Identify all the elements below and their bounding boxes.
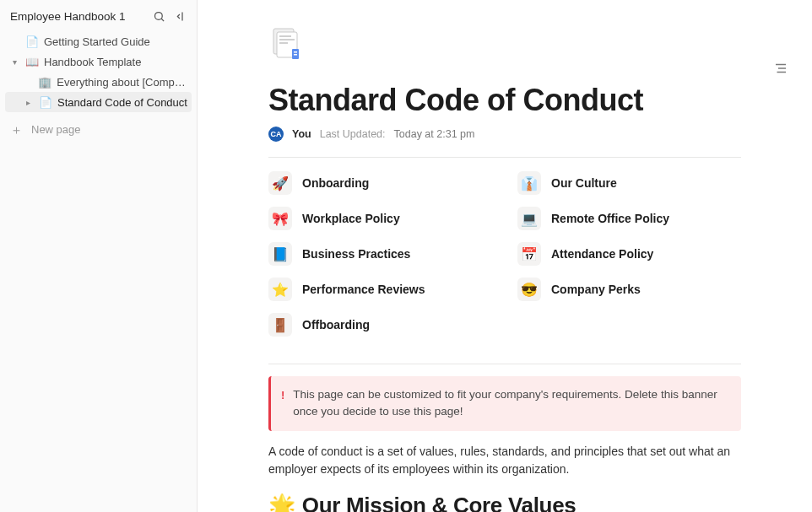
page-icon: 📄 — [39, 96, 52, 109]
link-icon: 📅 — [517, 242, 541, 266]
intro-paragraph[interactable]: A code of conduct is a set of values, ru… — [268, 443, 741, 479]
page-icon: 📄 — [25, 35, 39, 48]
link-label: Company Perks — [551, 283, 641, 296]
section-link[interactable]: 📘Business Practices — [268, 242, 492, 266]
main-area: Standard Code of Conduct CA You Last Upd… — [198, 0, 812, 512]
link-icon: 🎀 — [268, 207, 292, 230]
link-label: Offboarding — [302, 318, 370, 331]
author-name[interactable]: You — [292, 128, 311, 140]
heading-2[interactable]: 🌟 Our Mission & Core Values — [268, 493, 741, 512]
page-cover-icon[interactable] — [268, 25, 306, 62]
table-of-contents-icon[interactable] — [773, 61, 788, 76]
sidebar-item[interactable]: ▾📖Handbook Template — [5, 51, 192, 72]
svg-line-1 — [161, 19, 164, 21]
page-title[interactable]: Standard Code of Conduct — [268, 83, 741, 118]
section-link[interactable]: 👔Our Culture — [517, 171, 741, 195]
sidebar-item[interactable]: ▸📄Standard Code of Conduct — [5, 92, 192, 112]
workspace-title[interactable]: Employee Handbook 1 — [10, 10, 126, 23]
chevron-icon[interactable]: ▾ — [8, 57, 20, 67]
section-link[interactable]: ⭐Performance Reviews — [268, 278, 492, 301]
link-icon: 💻 — [517, 207, 541, 230]
sparkle-icon: 🌟 — [268, 493, 295, 512]
page-icon: 📖 — [25, 56, 39, 68]
link-icon: 👔 — [517, 171, 541, 195]
link-label: Onboarding — [302, 176, 369, 190]
section-link[interactable]: 📅Attendance Policy — [517, 242, 741, 266]
page-meta: CA You Last Updated: Today at 2:31 pm — [268, 127, 741, 142]
search-icon[interactable] — [153, 10, 165, 23]
heading-2-text: Our Mission & Core Values — [302, 493, 577, 512]
chevron-icon[interactable]: ▸ — [22, 98, 34, 107]
link-icon: 🚪 — [268, 313, 292, 337]
svg-rect-10 — [279, 42, 288, 44]
sidebar-item[interactable]: 📄Getting Started Guide — [5, 31, 192, 51]
svg-rect-8 — [279, 35, 291, 37]
link-label: Our Culture — [551, 176, 617, 190]
sidebar-item-label: Getting Started Guide — [44, 35, 150, 48]
collapse-sidebar-icon[interactable] — [174, 10, 187, 23]
link-label: Remote Office Policy — [551, 212, 669, 225]
link-icon: 😎 — [517, 278, 541, 301]
new-page-button[interactable]: ＋ New page — [5, 117, 192, 141]
sidebar-item[interactable]: 🏢Everything about [Company] — [5, 72, 192, 92]
link-label: Attendance Policy — [551, 247, 653, 261]
plus-icon: ＋ — [10, 123, 23, 136]
section-link[interactable]: 🎀Workplace Policy — [268, 207, 492, 230]
section-link[interactable]: 🚀Onboarding — [268, 171, 492, 195]
updated-label: Last Updated: — [320, 128, 386, 140]
banner-text: This page can be customized to fit your … — [293, 386, 729, 421]
section-links: 🚀Onboarding👔Our Culture🎀Workplace Policy… — [268, 168, 741, 348]
document: Standard Code of Conduct CA You Last Upd… — [268, 0, 741, 512]
sidebar: Employee Handbook 1 📄Getting Started Gui… — [0, 0, 198, 512]
svg-point-0 — [155, 13, 163, 20]
exclamation-icon: ! — [281, 387, 284, 404]
workspace-header: Employee Handbook 1 — [5, 5, 192, 31]
sidebar-item-label: Standard Code of Conduct — [57, 96, 187, 109]
link-icon: 🚀 — [268, 171, 292, 195]
updated-value: Today at 2:31 pm — [394, 128, 475, 140]
avatar[interactable]: CA — [268, 127, 284, 142]
link-icon: ⭐ — [268, 278, 292, 301]
new-page-label: New page — [31, 123, 81, 136]
section-link[interactable]: 💻Remote Office Policy — [517, 207, 741, 230]
link-label: Business Practices — [302, 247, 410, 261]
section-link[interactable]: 😎Company Perks — [517, 278, 741, 301]
page-tree: 📄Getting Started Guide▾📖Handbook Templat… — [5, 31, 192, 112]
page-icon: 🏢 — [38, 76, 51, 89]
svg-rect-12 — [294, 51, 297, 53]
svg-rect-9 — [279, 39, 295, 40]
svg-rect-13 — [294, 54, 297, 56]
link-icon: 📘 — [268, 242, 292, 266]
divider — [268, 157, 741, 158]
info-banner[interactable]: ! This page can be customized to fit you… — [268, 376, 741, 431]
sidebar-item-label: Everything about [Company] — [57, 76, 188, 89]
link-label: Performance Reviews — [302, 283, 425, 296]
section-link[interactable]: 🚪Offboarding — [268, 313, 492, 337]
sidebar-item-label: Handbook Template — [44, 56, 141, 68]
link-label: Workplace Policy — [302, 212, 400, 225]
divider — [268, 364, 741, 364]
